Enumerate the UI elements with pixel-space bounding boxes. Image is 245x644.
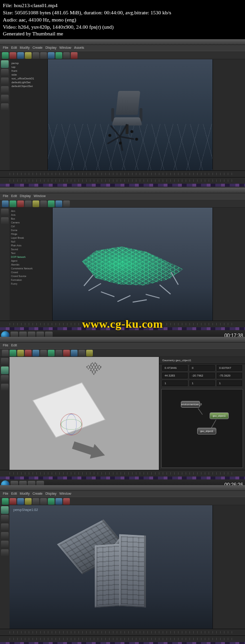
shelf-icon[interactable] [56,200,62,207]
time-slider[interactable] [0,170,245,177]
shelf-icon[interactable] [2,200,9,207]
menu-item[interactable]: Display [45,46,56,50]
shelf-icon[interactable] [25,52,32,59]
perspective-viewport[interactable]: fxphd perspShape1:02 [10,505,212,629]
channel-box[interactable] [212,505,245,629]
panel-item[interactable]: Fuzzy [11,282,51,286]
menu-item[interactable]: File [3,194,8,198]
range-slider[interactable] [0,635,245,642]
panel-item[interactable]: Dome [11,228,51,232]
shelf-icon[interactable] [33,498,39,505]
menu-item[interactable]: Display [20,194,31,198]
panel-item[interactable]: Aim [11,209,51,213]
tool-icon[interactable] [1,103,9,111]
tool-icon[interactable] [1,217,9,225]
network-editor[interactable]: environmentcam_0 geo_object1 geo_object2 [161,389,243,468]
shelf-icon[interactable] [10,200,16,207]
panel-item[interactable]: Crowd [11,270,51,274]
time-slider[interactable] [0,470,245,477]
translate-row[interactable]: 0.473446 0 0.637047 [159,364,245,372]
menu-bar[interactable]: File Edit Display Window [0,193,245,199]
menu-item[interactable]: Edit [11,344,17,347]
menu-item[interactable]: Create [33,492,43,496]
menu-item[interactable]: Edit [11,492,17,496]
menu-item[interactable]: Window [59,46,71,50]
param-value[interactable]: 0.637047 [217,365,242,371]
menu-item[interactable]: File [3,492,8,496]
office-chair-model[interactable] [107,91,147,144]
shelf-icon[interactable] [2,52,9,59]
tool-icon[interactable] [1,366,9,374]
panel-item[interactable]: Text [11,251,51,255]
shelf-icon[interactable] [71,52,78,59]
tool-icon[interactable] [1,95,9,102]
param-value[interactable]: -20.7962 [189,373,215,378]
scene-viewport[interactable]: fxphd [10,357,159,470]
param-value[interactable]: 44.3283 [162,373,188,378]
tab-menu-panel[interactable]: Aim Axis Box Camera Ctrl Dome Hinge Laye… [10,208,53,321]
menu-item[interactable]: Modify [20,492,30,496]
shelf-icon[interactable] [33,350,39,356]
range-slider[interactable] [0,177,245,184]
tool-icon[interactable] [1,549,9,557]
outliner-item[interactable]: persp [11,61,45,65]
shelf-icon[interactable] [63,498,70,505]
shelf-icon[interactable] [78,350,85,356]
menu-item[interactable]: Window [59,492,71,496]
shelf-icon[interactable] [40,200,47,207]
shelf-bar[interactable] [0,348,245,357]
node[interactable]: environmentcam_0 [181,401,200,408]
rotate-row[interactable]: 44.3283 -20.7962 -75.3629 [159,372,245,379]
param-value[interactable]: 1 [217,380,242,386]
menu-item[interactable]: File [3,46,8,50]
shelf-icon[interactable] [48,350,55,356]
toolbox[interactable] [0,59,10,170]
parameter-pane[interactable]: Geometry geo_object1 0.473446 0 0.637047… [159,357,245,470]
rotate-gizmo-icon[interactable] [60,413,82,435]
perspective-viewport[interactable]: fxphd [48,59,212,170]
cloth-wireframe-mesh[interactable] [75,240,190,293]
outliner-panel[interactable]: persp top front side soc_officeDesk01 de… [10,59,48,170]
move-tool-icon[interactable] [1,69,9,77]
shelf-icon[interactable] [40,350,47,356]
outliner-item[interactable]: soc_officeDesk01 [11,77,45,80]
panel-item[interactable]: Ctrl [11,224,51,228]
menu-bar[interactable]: File Edit [0,343,245,348]
shelf-icon[interactable] [10,52,16,59]
building-model[interactable] [119,534,146,607]
shelf-icon[interactable] [25,498,32,505]
tool-icon[interactable] [1,384,9,391]
select-tool-icon[interactable] [1,506,9,514]
shelf-icon[interactable] [17,350,24,356]
shelf-icon[interactable] [56,498,62,505]
panel-item[interactable]: Agent [11,259,51,263]
shelf-icon[interactable] [17,200,24,207]
panel-item[interactable]: Plain Axis [11,244,51,247]
shelf-icon[interactable] [25,350,32,356]
panel-item[interactable]: Null [11,240,51,244]
panel-item[interactable]: Layer Break [11,236,51,240]
panel-item[interactable]: DOP Network [11,255,51,259]
panel-item[interactable]: Camera [11,221,51,224]
shelf-icon[interactable] [56,350,62,356]
param-value[interactable]: 0 [189,365,215,371]
menu-bar[interactable]: File Edit Modify Create Display Window [0,491,245,497]
channel-box[interactable] [212,59,245,170]
panel-item[interactable]: Alembic [11,263,51,266]
shelf-bar[interactable] [0,497,245,505]
time-slider[interactable] [0,629,245,635]
shelf-icon[interactable] [40,52,47,59]
shelf-icon[interactable] [17,52,24,59]
shelf-icon[interactable] [48,52,55,59]
panel-item[interactable]: Formation [11,278,51,282]
select-tool-icon[interactable] [1,60,9,68]
outliner-item[interactable]: side [11,73,45,77]
shelf-icon[interactable] [40,498,47,505]
outliner-item[interactable]: top [11,65,45,69]
scale-row[interactable]: 1 1 1 [159,379,245,387]
outliner-item[interactable]: front [11,69,45,73]
toolbox[interactable] [0,357,10,470]
menu-item[interactable]: Window [33,194,45,198]
outliner-item[interactable]: defaultObjectSet [11,84,45,88]
shelf-bar[interactable] [0,51,245,59]
